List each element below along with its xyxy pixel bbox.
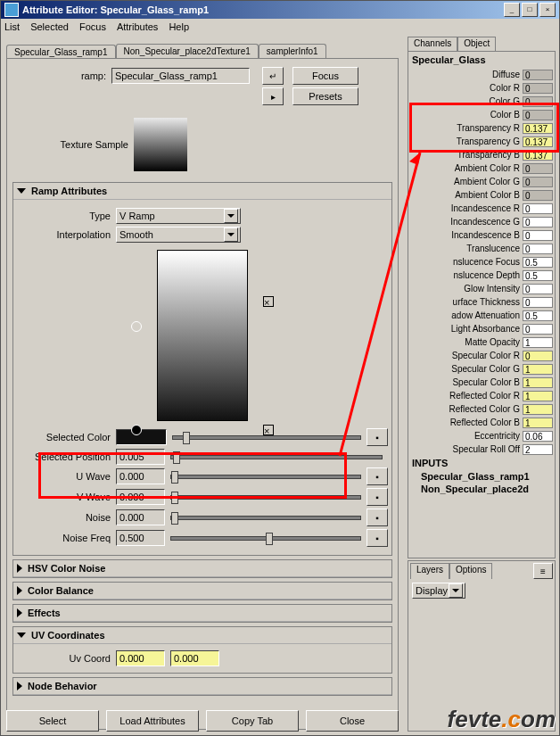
menu-help[interactable]: Help <box>169 21 189 32</box>
channel-value[interactable]: 0 <box>523 217 553 227</box>
vwave-input[interactable] <box>116 489 165 505</box>
channel-row[interactable]: Ambient Color R0 <box>408 161 555 175</box>
channel-row[interactable]: Color R0 <box>408 81 555 95</box>
channel-value[interactable]: 0 <box>523 70 553 80</box>
selected-color-slider[interactable] <box>172 435 361 440</box>
noise-slider[interactable] <box>170 516 361 520</box>
channel-value[interactable]: 0.137 <box>523 150 553 161</box>
channel-row[interactable]: Color B0 <box>408 108 555 121</box>
color-balance-header[interactable]: Color Balance <box>13 583 391 600</box>
tab-place2d[interactable]: Non_Specular_place2dTexture1 <box>116 44 259 58</box>
ramp-handle-circle[interactable] <box>131 425 142 435</box>
channel-value[interactable]: 1 <box>523 404 553 415</box>
channel-value[interactable]: 0 <box>523 324 553 335</box>
menu-attributes[interactable]: Attributes <box>117 21 158 32</box>
new-layer-button[interactable]: ≡ <box>533 563 553 579</box>
channel-row[interactable]: Reflected Color R1 <box>408 389 555 402</box>
ramp-handle-delete[interactable]: × <box>263 425 274 435</box>
channel-row[interactable]: Reflected Color G1 <box>408 402 555 416</box>
channels-tab[interactable]: Channels <box>408 37 457 51</box>
channel-value[interactable]: 0 <box>523 190 553 201</box>
selected-position-slider[interactable] <box>170 455 383 459</box>
close-editor-button[interactable]: Close <box>306 710 399 732</box>
maximize-button[interactable]: □ <box>522 3 538 17</box>
menu-list[interactable]: List <box>4 21 20 32</box>
channel-row[interactable]: Specular Roll Off2 <box>408 442 555 456</box>
channel-row[interactable]: Light Absorbance0 <box>408 322 555 335</box>
copy-tab-button[interactable]: Copy Tab <box>206 710 299 732</box>
node-behavior-header[interactable]: Node Behavior <box>13 678 391 695</box>
connection-button[interactable]: ▪ <box>366 488 388 506</box>
connection-button[interactable]: ▪ <box>366 428 388 446</box>
noise-input[interactable] <box>116 509 165 525</box>
channel-value[interactable]: 0 <box>523 177 553 187</box>
channel-value[interactable]: 0 <box>523 297 553 308</box>
channel-row[interactable]: Incandescence R0 <box>408 202 555 215</box>
display-dropdown[interactable]: Display <box>412 583 465 599</box>
channel-row[interactable]: Diffuse0 <box>408 68 555 81</box>
layers-tab[interactable]: Layers <box>410 563 449 579</box>
channel-value[interactable]: 0.5 <box>523 257 553 268</box>
go-to-output-button[interactable]: ▸ <box>262 87 284 105</box>
channel-value[interactable]: 0 <box>523 230 553 241</box>
type-dropdown[interactable]: V Ramp <box>116 208 241 224</box>
menu-selected[interactable]: Selected <box>30 21 69 32</box>
load-attributes-button[interactable]: Load Attributes <box>106 710 199 732</box>
channel-value[interactable]: 0 <box>523 83 553 94</box>
channel-row[interactable]: nslucence Focus0.5 <box>408 255 555 269</box>
uwave-slider[interactable] <box>170 475 361 479</box>
channel-value[interactable]: 2 <box>523 444 553 455</box>
channel-row[interactable]: nslucence Depth0.5 <box>408 269 555 282</box>
channel-value[interactable]: 0 <box>523 163 553 174</box>
channel-value[interactable]: 0.137 <box>523 123 553 134</box>
vwave-slider[interactable] <box>170 495 361 500</box>
channel-value[interactable]: 0.06 <box>523 431 553 442</box>
channel-row[interactable]: Specular Color R0 <box>408 349 555 362</box>
channel-value[interactable]: 0 <box>523 110 553 120</box>
channel-value[interactable]: 1 <box>523 337 553 348</box>
channel-row[interactable]: Transparency B0.137 <box>408 148 555 161</box>
channel-row[interactable]: Incandescence G0 <box>408 215 555 228</box>
interpolation-dropdown[interactable]: Smooth <box>116 227 241 243</box>
close-button[interactable]: × <box>539 3 556 17</box>
ramp-name-input[interactable] <box>111 68 250 84</box>
channel-value[interactable]: 0 <box>523 351 553 361</box>
focus-button[interactable]: Focus <box>292 67 358 85</box>
noisefreq-input[interactable] <box>116 530 165 546</box>
channel-value[interactable]: 1 <box>523 391 553 401</box>
channel-row[interactable]: Glow Intensity0 <box>408 282 555 295</box>
ramp-handle-circle[interactable] <box>131 321 142 332</box>
effects-header[interactable]: Effects <box>13 605 391 622</box>
input-node[interactable]: Non_Specular_place2d <box>408 483 555 495</box>
ramp-gradient[interactable] <box>157 250 248 421</box>
channel-row[interactable]: Translucence0 <box>408 242 555 255</box>
uvcoord-u-input[interactable] <box>116 650 165 666</box>
channel-row[interactable]: Specular Color B1 <box>408 376 555 389</box>
channel-value[interactable]: 0.5 <box>523 310 553 321</box>
layer-options-tab[interactable]: Options <box>449 563 492 579</box>
channel-row[interactable]: Ambient Color G0 <box>408 175 555 188</box>
connection-button[interactable]: ▪ <box>366 467 388 485</box>
channel-row[interactable]: Incandescence B0 <box>408 228 555 242</box>
minimize-button[interactable]: _ <box>504 3 520 17</box>
channel-row[interactable]: Color G0 <box>408 95 555 108</box>
channel-value[interactable]: 0 <box>523 244 553 254</box>
uvcoord-v-input[interactable] <box>170 650 219 666</box>
channel-row[interactable]: Ambient Color B0 <box>408 188 555 202</box>
channel-row[interactable]: Eccentricity0.06 <box>408 429 555 442</box>
input-node[interactable]: Specular_Glass_ramp1 <box>408 470 555 483</box>
channel-row[interactable]: urface Thickness0 <box>408 295 555 309</box>
uwave-input[interactable] <box>116 468 165 484</box>
noisefreq-slider[interactable] <box>170 536 361 541</box>
channel-row[interactable]: Specular Color G1 <box>408 362 555 376</box>
ramp-handle-delete[interactable]: × <box>263 296 274 307</box>
channel-value[interactable]: 1 <box>523 364 553 375</box>
channel-value[interactable]: 0 <box>523 284 553 294</box>
channel-row[interactable]: adow Attenuation0.5 <box>408 309 555 322</box>
channel-value[interactable]: 1 <box>523 418 553 428</box>
channel-row[interactable]: Transparency G0.137 <box>408 135 555 148</box>
tab-samplerinfo[interactable]: samplerInfo1 <box>259 44 326 58</box>
channel-value[interactable]: 0 <box>523 96 553 107</box>
connection-button[interactable]: ▪ <box>366 509 388 526</box>
selected-position-input[interactable] <box>116 449 165 465</box>
